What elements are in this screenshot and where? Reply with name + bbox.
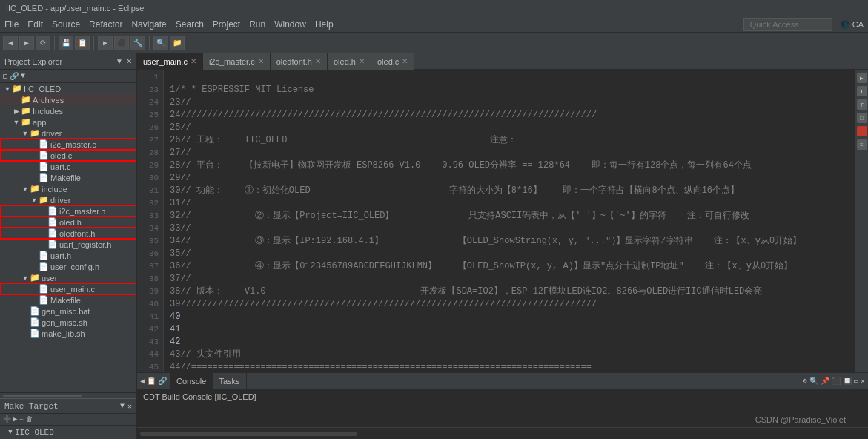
tab-close-oled-c[interactable]: ✕ xyxy=(402,57,408,65)
tab-oled-h[interactable]: oled.h ✕ xyxy=(328,53,371,70)
right-icon-box[interactable]: □ xyxy=(857,113,867,123)
collapse-all-icon[interactable]: ⊟ xyxy=(3,72,7,81)
console-area: ◀ 📋 🔗 Console Tasks ⚙ 🔍 📌 xyxy=(137,372,868,439)
tree-item-archives[interactable]: 📁 Archives xyxy=(0,94,136,105)
tree-item-app[interactable]: ▼ 📁 app xyxy=(0,116,136,128)
tree-item-oledfont-h[interactable]: 📄 oledfont.h xyxy=(0,228,136,239)
toolbar-btn-3[interactable]: ⟳ xyxy=(36,36,50,50)
menu-project[interactable]: Project xyxy=(208,16,245,33)
tab-oledfont-h[interactable]: oledfont.h ✕ xyxy=(271,53,328,70)
menu-navigate[interactable]: Navigate xyxy=(127,16,170,33)
code-content[interactable]: 1/* * ESPRESSIF MIT License 23// 24/////… xyxy=(164,70,855,372)
console-right-icon-1[interactable]: ⚙ xyxy=(803,377,807,386)
quick-access-input[interactable] xyxy=(743,18,832,31)
tree-item-i2c-master-c[interactable]: 📄 i2c_master.c xyxy=(0,139,136,150)
right-icon-red[interactable] xyxy=(857,126,867,136)
console-toolbar-icon-3[interactable]: 🔗 xyxy=(158,377,167,386)
menu-source[interactable]: Source xyxy=(47,16,85,33)
tab-close-oledfont-h[interactable]: ✕ xyxy=(315,57,321,65)
tab-label-i2c-master-c: i2c_master.c xyxy=(209,57,255,66)
menu-file[interactable]: File xyxy=(0,16,23,33)
toolbar-btn-9[interactable]: 🔍 xyxy=(153,36,168,50)
project-tree: ▼ 📁 IIC_OLED 📁 Archives ▶ 📁 Includes xyxy=(0,83,136,392)
make-target-delete-icon[interactable]: 🗑 xyxy=(26,415,33,423)
tree-item-gen-misc-bat[interactable]: 📄 gen_misc.bat xyxy=(0,306,136,317)
tree-item-gen-misc-sh[interactable]: 📄 gen_misc.sh xyxy=(0,317,136,328)
make-target-edit-icon[interactable]: ✏️ xyxy=(19,415,23,423)
tab-label-oled-c: oled.c xyxy=(377,57,399,66)
tab-i2c-master-c[interactable]: i2c_master.c ✕ xyxy=(203,53,271,70)
tree-label-oledfont-h: oledfont.h xyxy=(59,229,95,238)
window-title: IIC_OLED - app/user_main.c - Eclipse xyxy=(6,4,862,13)
menu-refactor[interactable]: Refactor xyxy=(85,16,127,33)
tree-item-makefile-app[interactable]: 📄 Makefile xyxy=(0,172,136,183)
tree-item-makefile-user[interactable]: 📄 Makefile xyxy=(0,294,136,306)
menu-help[interactable]: Help xyxy=(311,16,338,33)
tree-item-oled-h[interactable]: 📄 oled.h xyxy=(0,217,136,228)
tree-item-oled-c[interactable]: 📄 oled.c xyxy=(0,150,136,161)
tree-item-uart-register-h[interactable]: 📄 uart_register.h xyxy=(0,239,136,250)
console-right-icon-7[interactable]: ✕ xyxy=(861,377,865,386)
right-icon-t2[interactable]: T xyxy=(857,99,867,110)
console-right-icon-6[interactable]: ▭ xyxy=(854,377,858,386)
console-right-icon-4[interactable]: ⬛ xyxy=(832,377,841,386)
make-target-menu-icon[interactable]: ▼ xyxy=(120,402,125,410)
tab-user-main-c[interactable]: user_main.c ✕ xyxy=(137,53,203,70)
toolbar-btn-2[interactable]: ▶ xyxy=(19,36,34,50)
toolbar-btn-4[interactable]: 💾 xyxy=(59,36,73,50)
tab-close-oled-h[interactable]: ✕ xyxy=(359,57,365,65)
console-toolbar-icon-2[interactable]: 📋 xyxy=(147,377,156,386)
toolbar-btn-7[interactable]: ⬛ xyxy=(114,36,129,50)
console-toolbar-icon-1[interactable]: ◀ xyxy=(140,377,145,386)
tree-item-include-driver[interactable]: ▼ 📁 driver xyxy=(0,194,136,205)
toolbar-btn-1[interactable]: ◀ xyxy=(3,36,18,50)
toolbar-btn-10[interactable]: 📁 xyxy=(170,36,185,50)
link-editor-icon[interactable]: 🔗 xyxy=(10,72,19,81)
tree-label-iic-oled: IIC_OLED xyxy=(24,85,61,93)
tree-item-driver[interactable]: ▼ 📁 driver xyxy=(0,128,136,139)
tree-item-iic-oled[interactable]: ▼ 📁 IIC_OLED xyxy=(0,83,136,94)
tab-oled-c[interactable]: oled.c ✕ xyxy=(371,53,414,70)
tree-item-user-main-c[interactable]: 📄 user_main.c xyxy=(0,283,136,294)
right-icon-t1[interactable]: T xyxy=(857,86,867,96)
tree-item-includes[interactable]: ▶ 📁 Includes xyxy=(0,105,136,116)
menu-run[interactable]: Run xyxy=(245,16,270,33)
right-icon-lines[interactable]: ≡ xyxy=(857,139,867,150)
sidebar-scrollbar[interactable] xyxy=(0,392,136,398)
tree-item-i2c-master-h[interactable]: 📄 i2c_master.h xyxy=(0,205,136,217)
menu-edit[interactable]: Edit xyxy=(23,16,47,33)
code-editor[interactable]: 1 23 24 25 26 27 28 29 30 31 32 33 34 35 xyxy=(137,70,855,372)
console-right-icon-5[interactable]: 🔲 xyxy=(843,377,852,386)
console-right-icon-2[interactable]: 🔍 xyxy=(809,377,818,386)
menu-window[interactable]: Window xyxy=(270,16,311,33)
sidebar-menu-icon[interactable]: ▼ xyxy=(116,57,123,65)
tree-label-uart-c: uart.c xyxy=(50,162,71,171)
toolbar-btn-6[interactable]: ▶ xyxy=(98,36,113,50)
tab-console[interactable]: Console xyxy=(170,373,213,389)
console-scrollbar[interactable] xyxy=(137,427,868,439)
make-target-close-icon[interactable]: ✕ xyxy=(127,402,132,411)
tree-label-archives: Archives xyxy=(33,96,64,105)
tree-arrow-includes: ▶ xyxy=(12,108,21,115)
make-target-iic-oled[interactable]: ▼ IIC_OLED xyxy=(6,427,130,438)
menu-search[interactable]: Search xyxy=(171,16,208,33)
right-icon-arrow[interactable]: ▶ xyxy=(857,73,867,83)
tree-item-uart-c[interactable]: 📄 uart.c xyxy=(0,161,136,172)
tab-close-i2c-master-c[interactable]: ✕ xyxy=(258,57,264,65)
tree-item-make-lib-sh[interactable]: 📄 make_lib.sh xyxy=(0,328,136,339)
toolbar-btn-5[interactable]: 📋 xyxy=(75,36,90,50)
tree-item-user-config-h[interactable]: 📄 user_config.h xyxy=(0,261,136,272)
tree-item-uart-h[interactable]: 📄 uart.h xyxy=(0,250,136,261)
make-target-add-icon[interactable]: ➕ xyxy=(3,415,11,423)
tree-label-oled-h: oled.h xyxy=(59,218,82,227)
tab-tasks[interactable]: Tasks xyxy=(213,373,246,389)
console-right-icon-3[interactable]: 📌 xyxy=(821,377,829,386)
tab-close-user-main-c[interactable]: ✕ xyxy=(191,57,196,65)
sidebar-close-icon[interactable]: ✕ xyxy=(126,57,132,65)
tree-item-include[interactable]: ▼ 📁 include xyxy=(0,183,136,194)
tree-label-makefile-app: Makefile xyxy=(50,174,81,182)
make-target-run-icon[interactable]: ▶ xyxy=(13,415,17,423)
view-menu-icon[interactable]: ▼ xyxy=(21,72,25,80)
toolbar-btn-8[interactable]: 🔧 xyxy=(130,36,145,50)
tree-item-user[interactable]: ▼ 📁 user xyxy=(0,272,136,283)
